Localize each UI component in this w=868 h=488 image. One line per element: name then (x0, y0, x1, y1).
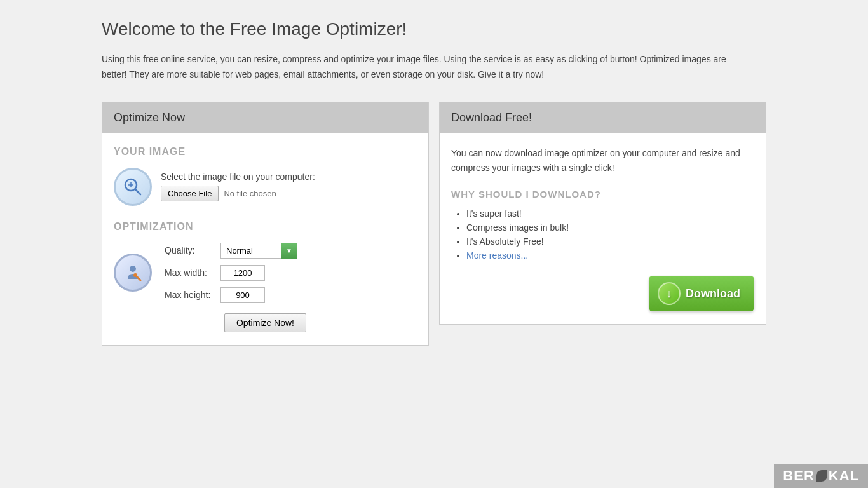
max-width-input[interactable] (220, 265, 265, 281)
max-height-field-row: Max height: (165, 287, 297, 303)
quality-label: Quality: (165, 245, 215, 255)
svg-point-5 (130, 266, 136, 272)
page-title: Welcome to the Free Image Optimizer! (102, 19, 766, 39)
panels-row: Optimize Now YOUR IMAGE (102, 102, 766, 346)
svg-point-7 (133, 273, 137, 277)
optimize-panel-header: Optimize Now (102, 102, 428, 133)
search-icon (121, 175, 144, 198)
your-image-label: YOUR IMAGE (114, 146, 417, 158)
download-button[interactable]: ↓ Download (649, 276, 754, 311)
max-width-field-row: Max width: (165, 265, 297, 281)
max-height-input[interactable] (220, 287, 265, 303)
optimize-now-button[interactable]: Optimize Now! (224, 313, 306, 332)
download-description: You can now download image optimizer on … (451, 146, 754, 177)
file-select-label: Select the image file on your computer: (161, 172, 315, 182)
list-item: More reasons... (466, 250, 754, 261)
watermark-leaf-icon (816, 470, 827, 482)
why-download-label: WHY SHOULD I DOWNLOAD? (451, 189, 754, 200)
download-btn-row: ↓ Download (451, 276, 754, 311)
choose-file-button[interactable]: Choose File (161, 186, 219, 201)
watermark-text1: BER (783, 468, 814, 484)
download-panel-body: You can now download image optimizer on … (440, 133, 766, 325)
svg-line-1 (135, 189, 140, 194)
optimize-panel-body: YOUR IMAGE Select the image file on your… (102, 133, 428, 345)
file-input-group: Choose File No file chosen (161, 186, 315, 201)
list-item: Compress images in bulk! (466, 222, 754, 233)
download-icon: ↓ (658, 282, 681, 305)
search-icon-circle (114, 168, 152, 206)
optimize-btn-row: Optimize Now! (114, 313, 417, 332)
quality-field-row: Quality: Low Normal High Very High ▼ (165, 243, 297, 259)
optimize-panel: Optimize Now YOUR IMAGE (102, 102, 429, 346)
download-panel-header: Download Free! (440, 102, 766, 133)
quality-select-wrapper: Low Normal High Very High ▼ (220, 243, 297, 259)
more-reasons-link[interactable]: More reasons... (466, 250, 528, 261)
optimization-label: OPTIMIZATION (114, 221, 417, 233)
gear-icon (121, 261, 144, 284)
quality-select[interactable]: Low Normal High Very High (220, 243, 297, 259)
opt-fields-col: Quality: Low Normal High Very High ▼ (165, 243, 297, 303)
download-panel: Download Free! You can now download imag… (439, 102, 766, 325)
opt-row: Quality: Low Normal High Very High ▼ (114, 243, 417, 303)
intro-text: Using this free online service, you can … (102, 52, 737, 83)
list-item: It's super fast! (466, 208, 754, 219)
no-file-text: No file chosen (224, 189, 276, 198)
list-item: It's Absolutely Free! (466, 236, 754, 247)
max-width-label: Max width: (165, 268, 215, 278)
watermark-text2: KAL (829, 468, 859, 484)
reasons-list: It's super fast! Compress images in bulk… (451, 208, 754, 261)
max-height-label: Max height: (165, 290, 215, 300)
watermark: BERKAL (774, 464, 868, 488)
file-input-row: Select the image file on your computer: … (161, 172, 315, 201)
gear-icon-circle (114, 254, 152, 292)
optimization-section: OPTIMIZATION (114, 221, 417, 332)
image-row: Select the image file on your computer: … (114, 168, 417, 206)
download-btn-label: Download (686, 287, 740, 301)
